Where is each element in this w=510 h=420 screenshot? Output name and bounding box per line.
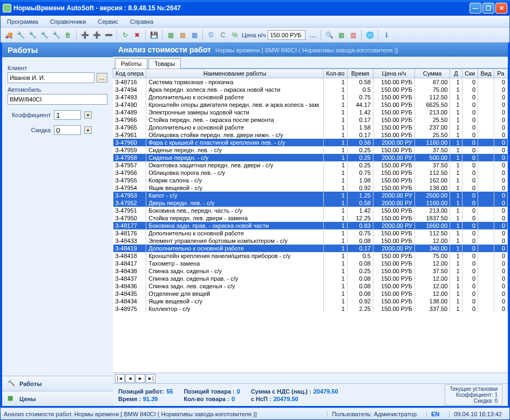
sidebar: Работы Клиент … Автомобиль Коэффициент ▼: [2, 43, 113, 406]
wrench-orange-icon[interactable]: 🔧: [39, 30, 49, 40]
table-row[interactable]: 3-47489Электронные замеры ходовой части1…: [113, 109, 508, 116]
ellipsis-icon[interactable]: …: [308, 30, 317, 40]
maximize-button[interactable]: ❐: [482, 3, 494, 13]
doc3-icon[interactable]: ▦: [189, 30, 199, 40]
tab-1[interactable]: Товары: [148, 58, 181, 69]
c-letter-icon[interactable]: C: [218, 30, 228, 40]
remove-icon[interactable]: ➖: [104, 30, 113, 40]
table-row[interactable]: 3-47951Боковина лев., передн. часть - с/…: [113, 207, 508, 214]
table-row[interactable]: 3-47493Дополнительно к основной работе10…: [113, 93, 508, 101]
col-header[interactable]: Д: [450, 69, 462, 78]
col-header[interactable]: Ра: [494, 69, 507, 78]
table-row[interactable]: 3-48716Система тормозная - прокачка10.58…: [113, 78, 508, 86]
table-row[interactable]: 3-47494Арка передн. колеса лев. - окраск…: [113, 86, 508, 93]
status-lang[interactable]: EN: [426, 411, 444, 417]
nav-next-button[interactable]: ►: [135, 374, 145, 383]
table-row[interactable]: 3-47957Окантовка защитная передн. лев. д…: [113, 161, 508, 169]
nav-works[interactable]: 🔨 Работы: [2, 376, 113, 391]
table-row[interactable]: 3-47966Стойка передн. лев. - окраска пос…: [113, 116, 508, 124]
close-button[interactable]: ✕: [495, 3, 507, 13]
nav-prices[interactable]: ▦ Цены: [2, 391, 113, 406]
save-icon[interactable]: 💾: [149, 30, 159, 40]
discount-dropdown-button[interactable]: ▼: [84, 126, 92, 134]
main-header: Анализ стоимости работ Нормы времени [ B…: [113, 43, 508, 57]
app-icon: [3, 4, 11, 12]
grid-container[interactable]: Код операНаименование работыКол-воВремяЦ…: [113, 69, 508, 372]
copyright-icon[interactable]: ©: [206, 30, 216, 40]
table-row[interactable]: 3-47490Кронштейн опоры двигателя передн.…: [113, 101, 508, 109]
table-row[interactable]: 3-48437Спинка задн. сиденья прав. - с/у1…: [113, 275, 508, 282]
refresh-icon[interactable]: ↻: [120, 30, 130, 40]
table-row[interactable]: 3-48177Боковина задн. прав. - окраска но…: [113, 222, 508, 229]
nav-last-button[interactable]: ►|: [146, 374, 155, 383]
table-row[interactable]: 3-47955Коврик салона - с/у11.08150.00 РУ…: [113, 177, 508, 184]
doc2-icon[interactable]: ▦: [178, 30, 187, 40]
price-input[interactable]: [268, 30, 305, 40]
table-row[interactable]: 3-48435Отделение для вещей10.08150.00 РУ…: [113, 290, 508, 297]
calendar-icon[interactable]: ▥: [348, 30, 358, 40]
menu-сервис[interactable]: Сервис: [94, 17, 121, 26]
coef-label: Коэффициент: [8, 112, 51, 118]
table-row[interactable]: 3-47950Стойка передн. лев. двери - замен…: [113, 214, 508, 222]
table-row[interactable]: 3-47953Капот - с/у11.252000.00 РУ2500.00…: [113, 192, 508, 199]
excel-icon[interactable]: ▦: [336, 30, 346, 40]
table-row[interactable]: 3-47965Дополнительно к основной работе11…: [113, 124, 508, 131]
add-green-icon[interactable]: ➕: [80, 30, 90, 40]
table-row[interactable]: 3-48436Спинка задн. лев. сиденья - с/у10…: [113, 282, 508, 290]
menu-программа[interactable]: Программа: [4, 17, 42, 26]
table-row[interactable]: 3-48417Тахометр - замена10.08150.00 РУБ1…: [113, 260, 508, 267]
col-header[interactable]: Кол-во: [323, 69, 347, 78]
table-row[interactable]: 3-48419Дополнительно к основной работе10…: [113, 245, 508, 252]
table-row[interactable]: 3-47954Ящик вещевой - с/у10.92150.00 РУБ…: [113, 184, 508, 192]
table-row[interactable]: 3-48434Ящик вещевой - с/у10.92150.00 РУБ…: [113, 297, 508, 305]
status-text: Анализ стоимости работ. Нормы времени [ …: [4, 411, 257, 417]
summary-bar: Позиций работ:55 Время :91.39 Позиций то…: [113, 383, 508, 406]
table-row[interactable]: 3-48975Коллектор - с/у12.25150.00 РУБ337…: [113, 305, 508, 313]
doc1-icon[interactable]: ▦: [166, 30, 175, 40]
client-browse-button[interactable]: …: [97, 73, 107, 83]
status-user: Пользователь: Администратор: [327, 411, 421, 417]
col-header[interactable]: Наименование работы: [146, 69, 324, 78]
coef-input[interactable]: [54, 110, 81, 120]
percent-icon[interactable]: %: [230, 30, 240, 40]
col-header[interactable]: Цена н/ч: [373, 69, 414, 78]
table-row[interactable]: 3-47958Сиденье передн. - с/у10.252000.00…: [113, 154, 508, 161]
table-row[interactable]: 3-47961Облицовка стойки передн. лев. две…: [113, 131, 508, 139]
trash-icon[interactable]: 🗑: [63, 30, 73, 40]
truck-icon[interactable]: 🚚: [4, 30, 13, 40]
search-icon[interactable]: 🔍: [324, 30, 334, 40]
minimize-button[interactable]: ―: [470, 3, 481, 13]
col-header[interactable]: Ски: [462, 69, 478, 78]
price-label: Цена н/ч: [242, 32, 266, 38]
client-input[interactable]: [8, 72, 94, 83]
col-header[interactable]: Сумма: [415, 69, 450, 78]
wrench-red-icon[interactable]: 🔧: [51, 30, 61, 40]
table-row[interactable]: 3-47952Дверь передн. лев. - с/у10.582000…: [113, 199, 508, 207]
world-icon[interactable]: 🌐: [365, 30, 375, 40]
table-row[interactable]: 3-48438Спинка задн. сиденья - с/у10.2515…: [113, 267, 508, 275]
discount-input[interactable]: [54, 125, 81, 135]
col-header[interactable]: Код опера: [113, 69, 146, 78]
menu-справочники[interactable]: Справочники: [47, 17, 90, 26]
add-blue-icon[interactable]: ➕: [92, 30, 101, 40]
col-header[interactable]: Вид: [478, 69, 494, 78]
coef-dropdown-button[interactable]: ▼: [84, 111, 92, 119]
wrench-green-icon[interactable]: 🔧: [16, 30, 25, 40]
table-row[interactable]: 3-48433Элемент управления бортовым компь…: [113, 237, 508, 245]
window-title: НормыВремени AutoSoft - версия : 8.9.48.…: [13, 4, 470, 12]
app-window: НормыВремени AutoSoft - версия : 8.9.48.…: [0, 0, 510, 420]
table-row[interactable]: 3-48418Кронштейн крепления панели/щитка …: [113, 252, 508, 260]
table-row[interactable]: 3-47960Фара с крышкой с пластиной крепле…: [113, 139, 508, 146]
nav-prev-button[interactable]: ◄: [125, 374, 135, 383]
wrench-blue-icon[interactable]: 🔧: [28, 30, 37, 40]
info-icon[interactable]: ℹ: [382, 30, 391, 40]
tab-0[interactable]: Работы: [115, 58, 147, 69]
nav-first-button[interactable]: |◄: [115, 374, 125, 383]
table-row[interactable]: 3-47959Сиденье передн. лев. - с/у10.2515…: [113, 146, 508, 154]
delete-icon[interactable]: ✖: [132, 30, 142, 40]
table-row[interactable]: 3-47956Облицовка порога лев. - с/у10.751…: [113, 169, 508, 177]
car-input[interactable]: [8, 94, 107, 105]
menu-справка[interactable]: Справка: [127, 17, 157, 26]
table-row[interactable]: 3-48176Дополнительно к основной работе10…: [113, 229, 508, 237]
col-header[interactable]: Время: [347, 69, 373, 78]
